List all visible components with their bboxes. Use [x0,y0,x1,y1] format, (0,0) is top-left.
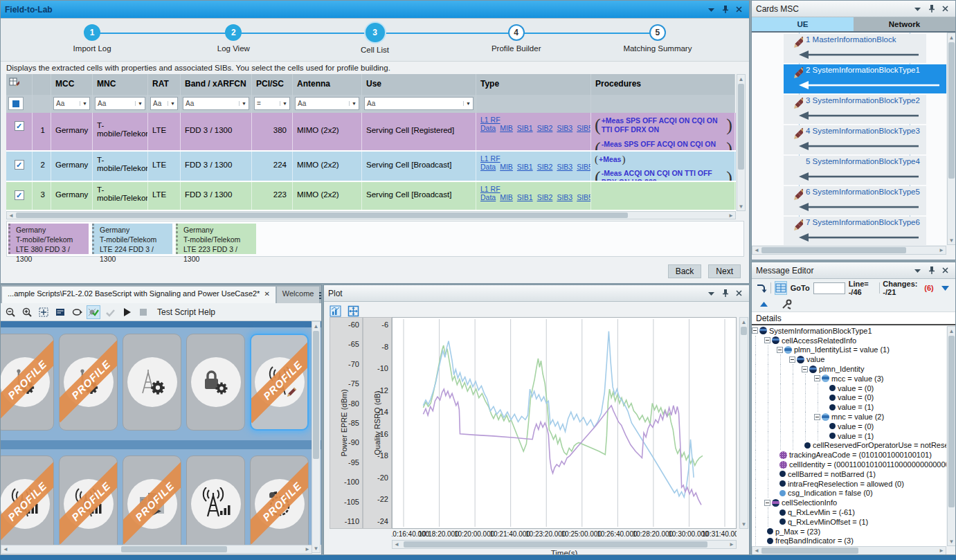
filter-combo-band[interactable]: Aa▼ [183,97,249,110]
collapse-icon[interactable] [802,366,808,372]
msc-item-6[interactable]: 6 SystemInformationBlockType5 [784,186,926,215]
collapse-icon[interactable] [789,356,795,363]
link-sib3[interactable]: SIB3 [557,124,572,132]
row-checkbox[interactable]: ✓ [15,160,24,170]
tree-node[interactable]: value = (1) [752,431,946,441]
msc-item-3[interactable]: 3 SystemInformationBlockType2 [784,95,926,124]
plot-hscrollbar[interactable]: ◄► [392,540,737,549]
tree-node[interactable]: value = (1) [752,402,946,412]
chart-settings-icon[interactable] [328,304,342,318]
table-view-icon[interactable] [775,281,787,295]
link-l1-rf-data[interactable]: L1 RF Data [480,116,500,132]
close-icon[interactable] [733,288,745,298]
tree-node[interactable]: cellSelectionInfo [752,498,946,507]
tree-node[interactable]: csg_Indication = false (0) [752,489,946,498]
zoom-out-icon[interactable] [3,305,17,319]
table-row-cell-223[interactable]: ✓3GermanyT-mobile/TelekomLTEFDD 3 / 1300… [6,182,736,211]
cell-card[interactable]: GermanyT-mobile/TelekomLTE 380 FDD 3 / 1… [8,224,89,254]
link-sib3[interactable]: SIB3 [557,163,572,171]
msc-item-5[interactable]: 5 SystemInformationBlockType4 [784,156,926,185]
tab-close-icon[interactable]: ✕ [264,290,269,298]
msc-item-7[interactable]: 7 SystemInformationBlockType6 [784,217,926,245]
link-sib2[interactable]: SIB2 [537,163,553,171]
plot-vscrollbar[interactable]: ▲▼ [739,317,748,529]
check-disabled-icon[interactable] [103,305,117,319]
script-tile-pin-gear[interactable]: PROFILE [1,334,54,431]
tree-node[interactable]: cellBarred = notBarred (1) [752,469,946,479]
next-button[interactable]: Next [708,264,741,278]
run-script-icon[interactable] [120,305,134,319]
window-menu-icon[interactable] [705,288,717,298]
close-icon[interactable] [939,265,951,276]
wizard-step-log-view[interactable]: 2Log View [163,19,304,61]
canvas-vscrollbar[interactable]: ▲▼ [312,321,321,553]
pin-icon[interactable] [926,265,937,276]
link-sib1[interactable]: SIB1 [517,193,533,201]
validate-script-icon[interactable] [87,305,100,319]
script-tile-antenna-edit[interactable]: PROFILE [250,334,309,431]
link-sib3[interactable]: SIB3 [557,193,572,201]
changes-dropdown-icon[interactable] [941,281,951,295]
wizard-step-cell-list[interactable]: 3Cell List [304,19,445,61]
window-menu-icon[interactable] [912,3,923,14]
script-tile-antenna-bars[interactable]: PROFILE [1,455,54,545]
tree-node[interactable]: plmn_IdentityList = value (1) [752,345,946,355]
script-tile-city-play[interactable]: PROFILE [123,455,181,545]
link-sib5[interactable]: SIB5 [577,193,591,201]
layout-view-icon[interactable] [53,305,67,319]
link-sib5[interactable]: SIB5 [577,124,591,132]
wizard-step-matching-summary[interactable]: 5Matching Summary [587,19,728,61]
collapse-icon[interactable] [752,327,758,334]
script-tile-tower-gear[interactable] [123,334,181,431]
close-icon[interactable] [733,4,745,15]
filter-combo-mnc[interactable]: Aa▼ [95,97,145,110]
script-tile-antenna-bars[interactable]: PROFILE [59,455,118,545]
link-sib1[interactable]: SIB1 [517,124,533,132]
collapse-up-icon[interactable] [757,298,771,311]
tree-node[interactable]: value = (0) [752,393,946,403]
tree-node[interactable]: trackingAreaCode = (0101001000100101) [752,450,946,460]
cell-card[interactable]: GermanyT-mobile/TelekomLTE 224 FDD 3 / 1… [92,224,172,254]
tree-node[interactable]: value = (0) [752,422,946,431]
link-sib2[interactable]: SIB2 [537,124,553,132]
tree-node[interactable]: q_RxLevMin = (-61) [752,507,946,517]
tree-node[interactable]: cellAccessRelatedInfo [752,336,946,345]
tree-node[interactable]: value [752,354,946,364]
collapse-icon[interactable] [764,500,770,506]
filter-combo-rat[interactable]: Aa▼ [150,97,178,110]
tab-welcome[interactable]: Welcome [277,287,320,303]
table-row-cell-224[interactable]: ✓2GermanyT-mobile/TelekomLTEFDD 3 / 1300… [6,152,736,182]
zoom-in-icon[interactable] [20,305,34,319]
collapse-icon[interactable] [814,375,820,381]
cell-card[interactable]: GermanyT-mobile/TelekomLTE 223 FDD 3 / 1… [176,224,256,254]
tree-node[interactable]: q_RxLevMinOffset = (1) [752,517,946,527]
fit-view-icon[interactable] [346,304,360,318]
link-mib[interactable]: MIB [500,163,513,171]
msc-vscrollbar[interactable]: ▲▼ [947,33,956,245]
filter-combo-pci[interactable]: =▼ [254,97,290,110]
tree-node[interactable]: SystemInformationBlockType1 [752,326,946,336]
collapse-icon[interactable] [814,414,820,420]
row-checkbox[interactable]: ✓ [15,190,24,200]
script-tile-pin-gear[interactable]: PROFILE [59,334,118,431]
tree-hscrollbar[interactable]: ◄► [752,546,946,555]
canvas-hscrollbar[interactable]: ◄► [1,545,312,554]
back-button[interactable]: Back [668,264,702,278]
stop-icon[interactable] [136,305,150,319]
script-tile-alarm[interactable]: PROFILE [250,455,309,545]
table-hscrollbar[interactable]: ◄► [6,211,736,219]
pin-icon[interactable] [719,4,731,15]
wizard-step-import-log[interactable]: 1Import Log [21,19,163,61]
pin-icon[interactable] [719,288,731,298]
script-tile-lock-gear[interactable] [186,334,245,431]
row-checkbox[interactable]: ✓ [15,121,24,131]
zoom-fit-icon[interactable] [37,305,51,319]
table-vscrollbar[interactable]: ▲▼ [737,74,746,211]
close-icon[interactable] [939,3,951,14]
tree-node[interactable]: plmn_Identity [752,364,946,374]
goto-jump-icon[interactable] [756,281,767,295]
tab-ue[interactable]: UE [752,17,854,31]
tab-overflow-icon[interactable] [319,292,322,299]
msc-hscrollbar[interactable]: ◄► [752,246,946,255]
wizard-step-profile-builder[interactable]: 4Profile Builder [446,19,587,61]
